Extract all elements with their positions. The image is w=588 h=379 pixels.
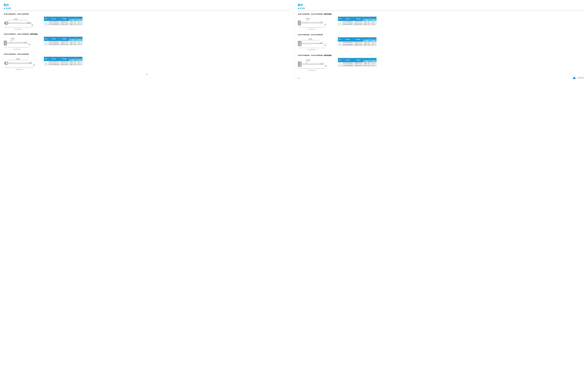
th-inch: inch — [371, 40, 376, 42]
divider-right — [298, 11, 584, 11]
svg-rect-91 — [300, 63, 300, 64]
svg-rect-39 — [8, 63, 29, 64]
table-row: 1 ACS3-CAPW2203 3106A-20-18S 3000 ± 100 … — [44, 41, 83, 43]
delta-triangle-icon — [573, 77, 576, 79]
th-straight: Straight — [353, 37, 363, 42]
th-straight: Straight — [353, 58, 363, 62]
th-item: Item — [338, 17, 342, 21]
svg-text:(65 mm): (65 mm) — [309, 39, 312, 40]
page-title-right: 配件 — [298, 3, 584, 7]
section-title-1303: ACS3-CAPW1303、ACS3-CAPW1305 — [4, 53, 290, 55]
page-number-right: 42 — [298, 78, 299, 79]
th-partno: Part No. — [342, 37, 354, 42]
th-inch: inch — [371, 60, 376, 62]
svg-text:L: L — [311, 28, 312, 29]
svg-line-40 — [29, 62, 32, 63]
th-L: L — [69, 17, 82, 19]
section-content-2303: (65 mm) (3.15 inch) L (100 mm) (3.94 inc… — [298, 17, 584, 31]
th-mm: mm — [69, 59, 77, 61]
svg-text:L: L — [17, 48, 17, 49]
svg-rect-23 — [7, 42, 23, 43]
svg-text:L: L — [19, 68, 19, 69]
svg-text:(1.97 inch): (1.97 inch) — [11, 38, 15, 39]
bullet-icon-left — [4, 8, 5, 9]
page-subtitle-right: 动力线 — [298, 7, 584, 10]
svg-point-44 — [33, 64, 35, 66]
table-row: 1 ACS3-CAPW2403 3106A-24-11S 3000 ± 100 … — [338, 62, 376, 64]
delta-brand-text: △ DELTA — [577, 77, 584, 79]
section-title-1403: ACS3-CAPW1403、ACS3-CAPW1405 — [298, 34, 584, 36]
table-row: 2 ACS3-CAPW1405 3106A-24-11S 5000 ± 100 … — [338, 44, 376, 46]
diagram-svg-1403: (65 mm) (3.15 inch) L (100 mm) (3.94 inc… — [298, 37, 336, 51]
section-content-1303: (80 mm) (3.15 inch) L (100 mm) (3.94 inc… — [4, 57, 290, 70]
th-mm: mm — [363, 60, 371, 62]
svg-text:(1.97 inch): (1.97 inch) — [14, 18, 17, 19]
section-content-2203: (50 mm) (1.97 inch) L (80 mm) (3.15 inch… — [4, 37, 290, 50]
diagram-svg-2303: (65 mm) (3.15 inch) L (100 mm) (3.94 inc… — [298, 17, 336, 30]
svg-text:(65 mm): (65 mm) — [306, 18, 309, 19]
table-row: 1 ACS3-CAPW1203 3106A-20-18S 3000 ± 100 … — [44, 21, 83, 23]
table-row: 1 ACS3-CAPW1403 3106A-24-11S 3000 ± 100 … — [338, 42, 376, 44]
section-2203: ACS3-CAPW2203、ACS3-CAPW2205（附刹车接线） — [4, 33, 290, 50]
svg-rect-74 — [301, 43, 319, 44]
diagram-svg-1203: (50 mm) (1.97 inch) L (80 mm) (3.15 inch… — [4, 17, 42, 30]
section-2303: ACS3-CAPW2303、ACS3-CAPW2305（附刹车接线） (65 m… — [298, 13, 584, 31]
th-L: L — [69, 37, 82, 39]
bullet-icon-right — [298, 8, 299, 9]
th-item: Item — [44, 37, 48, 41]
section-content-2403: (65 mm) (3.15 inch) L (100 mm) (3.94 inc… — [298, 58, 584, 72]
section-title-2203: ACS3-CAPW2203、ACS3-CAPW2205（附刹车接线） — [4, 33, 290, 35]
svg-rect-93 — [301, 63, 320, 65]
svg-rect-3 — [4, 22, 6, 24]
section-content-1203: (50 mm) (1.97 inch) L (80 mm) (3.15 inch… — [4, 17, 290, 30]
th-straight: Straight — [60, 17, 69, 21]
th-straight: Straight — [60, 37, 69, 41]
diagram-svg-2403: (65 mm) (3.15 inch) L (100 mm) (3.94 inc… — [298, 58, 336, 72]
svg-text:(100 mm) (3.94 inch): (100 mm) (3.94 inch) — [15, 69, 23, 70]
page-title-left: 配件 — [4, 3, 290, 7]
svg-rect-70 — [299, 44, 299, 45]
th-partno: Part No. — [342, 17, 354, 21]
svg-rect-87 — [299, 62, 299, 63]
svg-rect-54 — [301, 22, 319, 23]
svg-text:L: L — [312, 69, 312, 70]
svg-text:(3.15 inch): (3.15 inch) — [306, 59, 310, 60]
svg-text:(65 mm): (65 mm) — [307, 60, 309, 61]
spec-table-1303: Item Part No. Straight L mm inch 1 — [44, 57, 83, 65]
svg-point-82 — [325, 45, 326, 46]
spec-table-2403: Item Part No. Straight L mm inch 1 — [338, 58, 377, 66]
table-row: 2 ACS3-CAPW2205 3106A-20-18S 5000 ± 100 … — [44, 43, 83, 45]
th-inch: inch — [371, 19, 376, 21]
svg-line-43 — [29, 63, 32, 64]
svg-text:(50 mm): (50 mm) — [11, 39, 14, 40]
table-row: 2 ACS3-CAPW2305 3106A-20-18S 5000 ± 100 … — [338, 23, 376, 25]
svg-text:L: L — [18, 28, 18, 29]
th-item: Item — [338, 58, 342, 62]
page-subtitle-left: 动力线 — [4, 7, 290, 10]
svg-rect-52 — [298, 21, 299, 22]
section-title-1203: ACS3-CAPW1203、ACS3-CAPW1205 — [4, 13, 290, 15]
th-mm: mm — [363, 19, 371, 21]
th-partno: Part No. — [48, 37, 60, 41]
th-partno: Part No. — [48, 57, 60, 61]
th-L: L — [69, 57, 82, 59]
svg-rect-68 — [299, 42, 299, 42]
th-mm: mm — [69, 19, 77, 21]
table-row: 2 ACS3-CAPW1305 3106A-20-18S 5000 ± 100 … — [44, 63, 83, 65]
svg-point-102 — [325, 65, 326, 66]
svg-text:(3.15 inch): (3.15 inch) — [16, 58, 20, 59]
page-41: 配件 动力线 ACS3-CAPW1203、ACS3-CAPW1205 — [0, 0, 294, 84]
th-L: L — [363, 58, 376, 60]
svg-text:(100 mm) (3.94 inch): (100 mm) (3.94 inch) — [308, 49, 315, 50]
th-partno: Part No. — [342, 58, 354, 62]
th-item: Item — [338, 37, 342, 42]
diagram-1403: (65 mm) (3.15 inch) L (100 mm) (3.94 inc… — [298, 37, 336, 51]
th-mm: mm — [69, 39, 77, 41]
th-L: L — [363, 37, 376, 40]
th-partno: Part No. — [48, 17, 60, 21]
svg-text:(80 mm): (80 mm) — [16, 59, 20, 60]
section-1203: ACS3-CAPW1203、ACS3-CAPW1205 — [4, 13, 290, 30]
th-straight: Straight — [353, 17, 363, 21]
svg-rect-21 — [4, 41, 5, 42]
page-number-left: 41 — [4, 73, 290, 75]
